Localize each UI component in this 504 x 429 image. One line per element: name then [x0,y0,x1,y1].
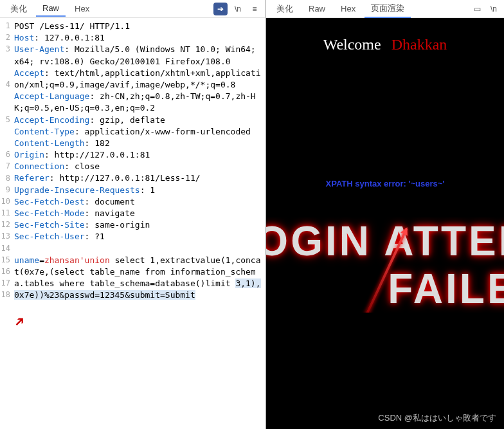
fail-line2: FAILED [388,265,504,313]
tab-raw[interactable]: Raw [36,1,66,17]
tab-beautify-r[interactable]: 美化 [270,1,300,17]
line-gutter: 123456789101112131415161718 [0,18,12,429]
welcome-text: Welcome [323,36,381,53]
code-line[interactable]: Content-Type: application/x-www-form-url… [14,126,262,138]
tab-render[interactable]: 页面渲染 [364,0,411,18]
code-line[interactable]: Sec-Fetch-Mode: navigate [14,208,262,219]
code-line[interactable]: POST /Less-11/ HTTP/1.1 [14,21,262,32]
welcome-heading: Welcome Dhakkan [323,36,447,53]
ln-icon-r[interactable]: \n [487,3,500,15]
layout-icon[interactable]: ▭ [471,3,483,15]
ln-icon[interactable]: \n [231,3,244,15]
xpath-error: XPATH syntax error: '~users~' [326,179,445,188]
code-line[interactable]: Connection: close [14,161,262,172]
login-failed-image: LOGIN ATTEMPT FAILED [266,217,504,313]
code-line[interactable]: Sec-Fetch-Site: same-origin [14,219,262,231]
menu-icon[interactable]: ≡ [248,3,261,15]
code-line[interactable]: User-Agent: Mozilla/5.0 (Windows NT 10.0… [14,44,262,67]
code-line[interactable]: Accept: text/html,application/xhtml+xml,… [14,68,262,91]
welcome-name: Dhakkan [385,36,447,53]
code-line[interactable]: uname=zhansan'union select 1,extractvalu… [14,255,262,302]
code-line[interactable]: Origin: http://127.0.0.1:81 [14,149,262,161]
tab-raw-r[interactable]: Raw [302,1,332,16]
response-pane: 美化 Raw Hex 页面渲染 ▭ \n Welcome Dhakkan XPA… [266,0,504,429]
code-line[interactable]: Content-Length: 182 [14,138,262,149]
send-icon[interactable]: ➔ [213,3,228,15]
tab-hex[interactable]: Hex [68,1,96,16]
render-view: Welcome Dhakkan XPATH syntax error: '~us… [266,18,504,429]
right-tabs: 美化 Raw Hex 页面渲染 ▭ \n [266,0,504,18]
left-tabs: 美化 Raw Hex ➔ \n ≡ [0,0,265,18]
code-line[interactable]: Referer: http://127.0.0.1:81/Less-11/ [14,172,262,184]
code-line[interactable]: Sec-Fetch-User: ?1 [14,231,262,242]
code-line[interactable] [14,243,262,255]
tab-beautify[interactable]: 美化 [4,1,33,17]
code-line[interactable]: Sec-Fetch-Dest: document [14,196,262,208]
code-line[interactable]: Upgrade-Insecure-Requests: 1 [14,185,262,196]
code-line[interactable]: Host: 127.0.0.1:81 [14,32,262,44]
tab-hex-r[interactable]: Hex [334,1,362,16]
code-line[interactable]: Accept-Encoding: gzip, deflate [14,114,262,126]
watermark: CSDN @私ははいしゃ敗者です [378,412,496,424]
request-pane: 美化 Raw Hex ➔ \n ≡ 1234567891011121314151… [0,0,266,429]
code-editor[interactable]: 123456789101112131415161718 POST /Less-1… [0,18,265,429]
code-content[interactable]: POST /Less-11/ HTTP/1.1Host: 127.0.0.1:8… [12,18,265,429]
code-line[interactable]: Accept-Language: zh-CN,zh;q=0.8,zh-TW;q=… [14,91,262,114]
fail-line1: LOGIN ATTEMPT [266,217,504,265]
